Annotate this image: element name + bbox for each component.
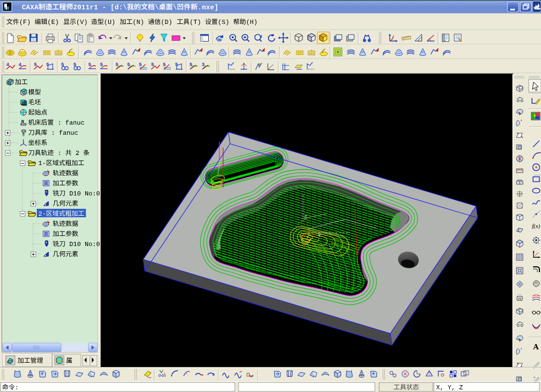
svg-text:5: 5 <box>139 62 142 67</box>
svg-text:5: 5 <box>127 62 130 67</box>
svg-text:5: 5 <box>34 62 37 67</box>
svg-text:Y: Y <box>318 233 321 238</box>
svg-text:f(x): f(x) <box>532 223 540 230</box>
svg-text:5: 5 <box>88 62 91 67</box>
svg-text:4: 4 <box>19 62 21 67</box>
svg-text:5: 5 <box>116 62 118 67</box>
svg-text:A: A <box>533 342 539 351</box>
svg-text:5: 5 <box>163 62 166 67</box>
svg-text:5: 5 <box>100 62 103 67</box>
svg-text:3: 3 <box>202 62 204 67</box>
svg-text:4: 4 <box>6 62 9 67</box>
svg-text:5: 5 <box>190 62 192 67</box>
svg-text:5: 5 <box>151 62 154 67</box>
